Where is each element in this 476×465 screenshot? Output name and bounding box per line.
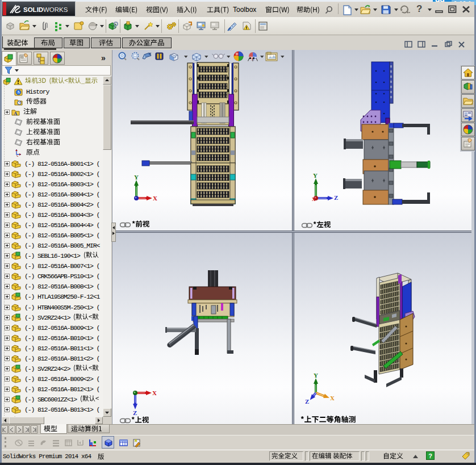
svg-text:WORKS: WORKS bbox=[43, 6, 68, 13]
svg-text:X: X bbox=[330, 395, 335, 401]
svg-text:Y: Y bbox=[314, 372, 318, 379]
svg-text:Y: Y bbox=[313, 172, 318, 179]
svg-text:X: X bbox=[153, 195, 157, 202]
svg-text:Z: Z bbox=[305, 398, 309, 405]
svg-text:Z: Z bbox=[334, 194, 338, 201]
svg-text:Y: Y bbox=[134, 174, 139, 181]
svg-text:X: X bbox=[152, 389, 157, 396]
svg-text:Z: Z bbox=[133, 409, 137, 416]
svg-text:SOLID: SOLID bbox=[23, 6, 43, 13]
